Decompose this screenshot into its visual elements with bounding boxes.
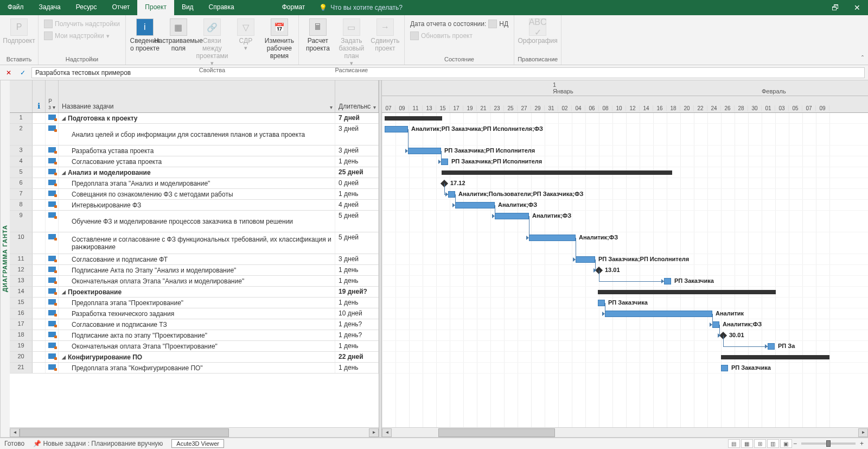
zoom-slider[interactable] [801,442,856,445]
task-bar[interactable] [768,343,775,350]
task-bar[interactable] [605,311,712,317]
table-row[interactable]: 2Анализ целей и сбор информации для сост… [10,124,379,146]
tell-me-search[interactable]: 💡 Что вы хотите сделать? [312,0,409,15]
task-bar[interactable] [408,148,441,154]
menu-format[interactable]: Формат [275,0,313,15]
scroll-track[interactable] [20,428,369,437]
task-bar[interactable] [529,235,576,241]
accept-entry-button[interactable]: ✓ [17,69,28,77]
view-usage-button[interactable]: ▦ [741,439,753,448]
name-column-header[interactable]: Название задачи▾ [59,80,335,112]
view-network-button[interactable]: ⊞ [754,439,766,448]
gantt-timescale[interactable]: 1ЯнварьФевраль 0709111315171921232527293… [382,80,868,113]
scroll-thumb[interactable] [438,428,555,437]
task-bar[interactable] [576,256,595,263]
task-bar[interactable] [495,213,529,219]
menu-проект[interactable]: Проект [137,0,174,15]
scroll-track[interactable] [392,428,858,437]
duration-column-header[interactable]: Длительнс▾ [335,80,379,112]
menu-ресурс[interactable]: Ресурс [68,0,105,15]
calculate-project-button[interactable]: 🖩Расчет проекта [302,17,334,52]
scroll-right-button[interactable]: ▸ [858,428,868,437]
acute3d-viewer-button[interactable]: Acute3D Viewer [171,439,224,448]
table-row[interactable]: 21Предоплата этапа "Конфигурирование ПО"… [10,363,379,374]
task-bar[interactable] [448,191,455,198]
set-baseline-button: ▭Задать базовый план ▾ [336,17,367,67]
table-hscrollbar[interactable]: ◂ ▸ [10,427,379,437]
task-bar[interactable] [441,159,448,165]
task-bar[interactable] [721,365,728,371]
collapse-icon[interactable]: ◢ [62,116,66,121]
table-row[interactable]: 5◢Анализ и моделирование25 дней [10,167,379,178]
store-icon [44,20,53,28]
wbs-icon: ▽ [237,18,254,36]
table-row[interactable]: 1◢Подготовка к проекту7 дней [10,113,379,124]
scroll-left-button[interactable]: ◂ [10,428,20,437]
menu-справка[interactable]: Справка [201,0,242,15]
table-row[interactable]: 6Предоплата этапа "Анализ и моделировани… [10,178,379,189]
move-project-button: →Сдвинуть проект [369,17,401,52]
menu-отчет[interactable]: Отчет [104,0,137,15]
menu-задача[interactable]: Задача [31,0,68,15]
scroll-right-button[interactable]: ▸ [369,428,379,437]
table-row[interactable]: 19Окончательная оплата Этапа "Проектиров… [10,341,379,352]
bar-label: Аналитик;Пользователи;РП Заказчика;ФЗ [458,191,583,197]
view-report-button[interactable]: ▣ [780,439,792,448]
zoom-thumb[interactable] [826,440,831,447]
subproject-icon: P [10,18,28,36]
collapse-icon[interactable]: ◢ [62,170,66,175]
menu-файл[interactable]: Файл [0,0,31,15]
table-row[interactable]: 11Согласование и подписание ФТ3 дней [10,254,379,265]
mode-column-header[interactable]: Рз ▾ [46,80,59,112]
summary-bar[interactable] [598,290,776,294]
table-row[interactable]: 18Подписание акта по этапу "Проектирован… [10,330,379,341]
gantt-hscrollbar[interactable]: ◂ ▸ [382,427,868,437]
summary-bar[interactable] [385,116,442,121]
table-row[interactable]: 15Предоплата этапа "Проектирование"1 ден… [10,298,379,308]
task-bar[interactable] [455,202,495,208]
table-row[interactable]: 20◢Конфигурирование ПО22 дней [10,352,379,363]
view-resource-button[interactable]: ▥ [767,439,779,448]
table-row[interactable]: 17Согласование и подписание ТЗ1 день? [10,319,379,330]
table-row[interactable]: 13Окончательная оплата Этапа "Анализ и м… [10,276,379,287]
info-column-header[interactable]: ℹ [33,80,46,112]
view-gantt-button[interactable]: ▤ [728,439,740,448]
gantt-area[interactable]: Аналитик;РП Заказчика;РП Исполнителя;ФЗР… [382,113,868,427]
cancel-entry-button[interactable]: ✕ [3,69,14,77]
ribbon-collapse-button[interactable]: ˆ [861,55,864,62]
table-row[interactable]: 3Разработка устава проекта3 дней [10,146,379,156]
table-row[interactable]: 9Обучение ФЗ и моделирование процессов з… [10,211,379,232]
menu-вид[interactable]: Вид [174,0,201,15]
update-project-button: Обновить проект [408,30,510,41]
collapse-icon[interactable]: ◢ [62,289,66,295]
status-newtasks[interactable]: 📌 Новые задачи : Планирование вручную [33,440,163,447]
entry-input[interactable] [31,67,865,78]
table-row[interactable]: 12Подписание Акта по Этапу "Анализ и мод… [10,265,379,276]
table-row[interactable]: 4Согласование устава проекта1 день [10,156,379,167]
scroll-thumb[interactable] [20,428,229,437]
zoom-out-button[interactable]: − [793,440,797,447]
table-row[interactable]: 14◢Проектирование19 дней? [10,287,379,298]
table-row[interactable]: 8Интервьюирование ФЗ4 дней [10,200,379,211]
change-worktime-button[interactable]: 📅Изменить рабочее время [264,17,295,60]
window-restore-button[interactable]: 🗗 [825,0,846,15]
ribbon: P Подпроект Вставить Получить надстройки… [0,15,868,65]
task-bar[interactable] [385,126,408,132]
task-bar[interactable] [712,321,719,328]
custom-fields-button[interactable]: ▦Настраиваемые поля [163,17,194,52]
scroll-left-button[interactable]: ◂ [382,428,392,437]
summary-bar[interactable] [721,355,829,359]
window-close-button[interactable]: ✕ [846,0,868,15]
table-row[interactable]: 10Составление и согласование с ФЗ функци… [10,232,379,254]
task-bar[interactable] [664,278,671,284]
summary-bar[interactable] [442,170,672,175]
table-row[interactable]: 16Разработка технического задания10 дней [10,308,379,319]
table-row[interactable]: 7Совещания по ознакомлению ФЗ с методами… [10,189,379,200]
collapse-icon[interactable]: ◢ [62,355,66,360]
table-body[interactable]: 1◢Подготовка к проекту7 дней2Анализ целе… [10,113,379,427]
task-bar[interactable] [598,300,605,306]
task-mode-icon [48,267,56,272]
bar-label: РП За [778,343,795,349]
zoom-in-button[interactable]: + [860,440,864,447]
status-date-row[interactable]: Дата отчета о состоянии: НД [408,18,510,29]
